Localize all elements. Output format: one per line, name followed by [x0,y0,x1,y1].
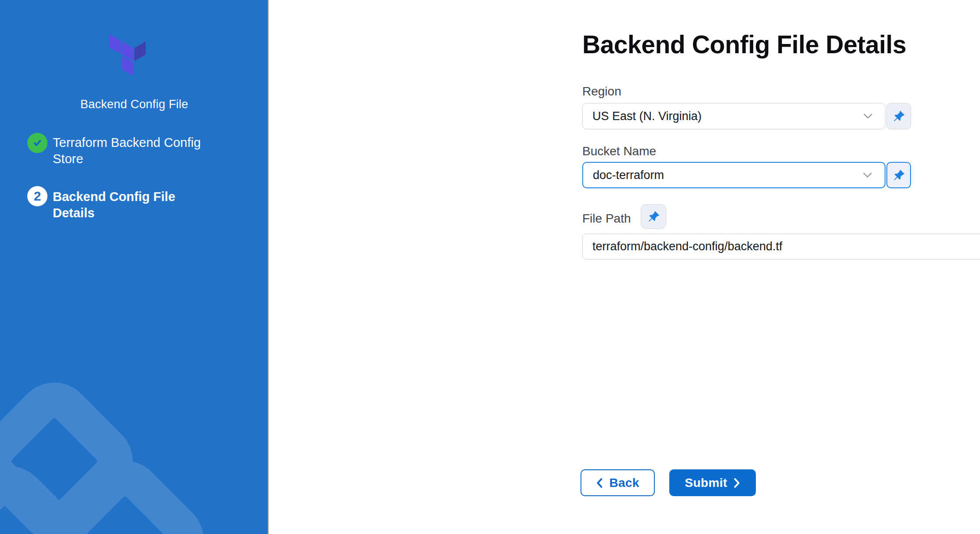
pushpin-icon [648,211,660,223]
wizard-sidebar: Backend Config File Terraform Backend Co… [0,0,269,534]
region-pin-button[interactable] [886,103,911,129]
file-path-input[interactable] [582,234,980,260]
step-label: Terraform Backend Config Store [53,133,220,167]
step-label: Backend Config File Details [53,186,220,221]
step-backend-config-file-details[interactable]: 2 Backend Config File Details [27,186,220,221]
submit-button-label: Submit [685,476,727,490]
region-label: Region [582,84,621,99]
step-number-badge: 2 [27,186,47,206]
chevron-right-icon [733,478,740,488]
bucket-name-select[interactable]: doc-terraform [582,162,886,188]
submit-button[interactable]: Submit [669,469,756,496]
step-terraform-backend-config-store[interactable]: Terraform Backend Config Store [27,133,220,167]
form-panel: Backend Config File Details Region US Ea… [269,0,980,534]
terraform-logo-icon [109,34,146,76]
bucket-name-pin-button[interactable] [886,162,911,188]
back-button-label: Back [609,476,639,490]
wizard-title: Backend Config File [0,98,269,111]
check-icon [31,137,44,149]
chevron-down-icon [863,172,872,178]
chevron-left-icon [596,478,603,488]
back-button[interactable]: Back [581,469,655,496]
page-title: Backend Config File Details [582,30,906,59]
app-window: Backend Config File Terraform Backend Co… [0,0,980,534]
chevron-down-icon [863,113,873,119]
pushpin-icon [893,169,905,181]
bucket-name-value: doc-terraform [593,168,863,182]
file-path-label: File Path [582,212,631,226]
step-completed-badge [27,133,47,153]
bucket-name-label: Bucket Name [582,144,656,158]
region-select[interactable]: US East (N. Virginia) [582,103,886,129]
pushpin-icon [893,110,905,122]
file-path-pin-button[interactable] [641,204,666,229]
logo-watermark [0,0,268,534]
step-number: 2 [34,189,41,204]
region-value: US East (N. Virginia) [592,110,863,123]
